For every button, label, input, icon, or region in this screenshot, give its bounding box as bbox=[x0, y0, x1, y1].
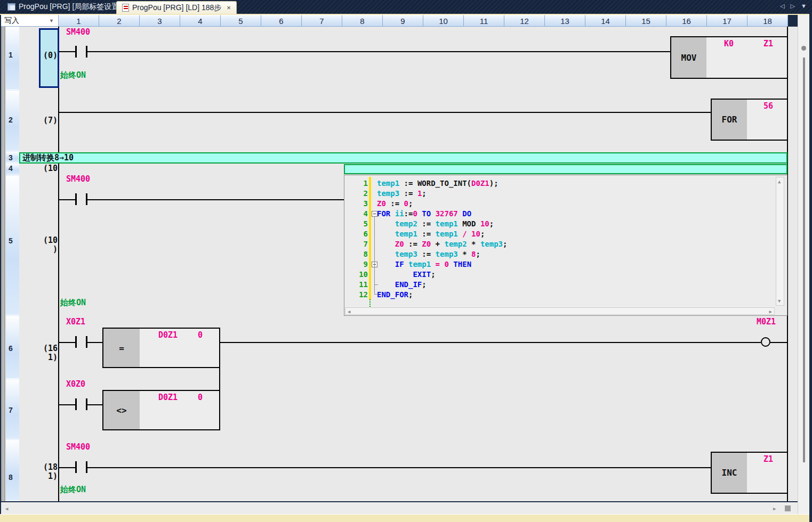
device-label[interactable]: X0Z1 bbox=[66, 317, 85, 327]
st-code-line[interactable]: Z0 := 0; bbox=[377, 199, 413, 209]
st-token: ; bbox=[408, 199, 413, 208]
operand[interactable]: Z1 bbox=[763, 39, 773, 48]
st-code-line[interactable]: IF temp1 = 0 THEN bbox=[377, 259, 471, 270]
st-token: = bbox=[436, 260, 440, 268]
column-header: 9 bbox=[383, 15, 423, 27]
tab-scroll-right-icon[interactable]: ▷ bbox=[791, 3, 797, 9]
operand[interactable]: D0Z1 bbox=[158, 330, 178, 340]
st-code-line[interactable]: EXIT; bbox=[377, 270, 436, 280]
instruction-box-inc[interactable]: INC Z1 bbox=[711, 452, 788, 494]
st-code-line[interactable]: temp1 := temp1 / 10; bbox=[377, 229, 485, 239]
operand[interactable]: 56 bbox=[763, 101, 773, 111]
scrollbar-box-icon[interactable] bbox=[785, 505, 791, 511]
st-line-number: 9 bbox=[345, 259, 368, 270]
st-token: temp1 bbox=[436, 219, 458, 228]
st-token: temp3 bbox=[395, 250, 417, 258]
operand[interactable]: K0 bbox=[724, 39, 734, 48]
scroll-left-icon[interactable]: ◀ bbox=[348, 309, 350, 314]
wire bbox=[87, 51, 670, 52]
operand[interactable]: Z1 bbox=[763, 454, 773, 464]
scroll-left-icon[interactable]: ◀ bbox=[5, 506, 8, 511]
st-token: temp3 bbox=[436, 250, 458, 258]
st-token bbox=[458, 230, 462, 238]
contact-icon[interactable] bbox=[75, 461, 77, 473]
step-number: (10 bbox=[19, 164, 58, 173]
step-number: (18 bbox=[19, 462, 58, 472]
operand[interactable]: 0 bbox=[198, 393, 203, 402]
column-header: 15 bbox=[626, 15, 666, 27]
output-coil-icon[interactable] bbox=[761, 337, 770, 347]
scrollbar-thumb[interactable] bbox=[803, 58, 805, 462]
wire bbox=[59, 467, 76, 468]
device-label[interactable]: X0Z0 bbox=[66, 379, 85, 389]
st-token: EXIT bbox=[413, 270, 431, 279]
st-token: ; bbox=[476, 250, 480, 258]
scroll-up-icon[interactable]: ▲ bbox=[778, 179, 781, 184]
compare-box-not-equal[interactable]: <> D0Z1 0 bbox=[102, 390, 220, 430]
chevron-down-icon[interactable]: ▼ bbox=[49, 18, 54, 23]
step-number: ) bbox=[19, 244, 58, 254]
st-box-header-bar[interactable] bbox=[344, 164, 787, 174]
scroll-down-icon[interactable]: ▼ bbox=[778, 298, 781, 304]
st-token bbox=[431, 260, 435, 268]
scroll-right-icon[interactable]: ▶ bbox=[769, 309, 772, 314]
close-icon[interactable]: × bbox=[227, 4, 231, 12]
device-label[interactable]: SM400 bbox=[66, 27, 90, 37]
st-token: ); bbox=[489, 179, 499, 187]
column-header: 13 bbox=[545, 15, 585, 27]
st-token: ; bbox=[480, 230, 485, 238]
st-horizontal-scrollbar[interactable]: ◀ ▶ bbox=[345, 307, 775, 315]
mode-selector[interactable]: 写入 ▼ bbox=[1, 15, 59, 27]
st-code-line[interactable]: FOR ii:=0 TO 32767 DO bbox=[377, 209, 471, 219]
column-header: 5 bbox=[221, 15, 261, 27]
st-token bbox=[377, 219, 395, 228]
tab-scroll-left-icon[interactable]: ◁ bbox=[780, 3, 786, 9]
st-line-number: 1 bbox=[345, 178, 368, 189]
wire bbox=[220, 342, 761, 343]
st-token bbox=[458, 219, 462, 228]
vertical-scrollbar[interactable] bbox=[798, 15, 809, 514]
st-line-number: 11 bbox=[345, 280, 368, 290]
instruction-box-mov[interactable]: MOV K0 Z1 bbox=[670, 36, 788, 79]
st-code-line[interactable]: temp3 := 1; bbox=[377, 189, 427, 199]
compare-box-equal[interactable]: = D0Z1 0 bbox=[102, 328, 220, 368]
mode-label: 写入 bbox=[4, 16, 19, 26]
st-code-line[interactable]: temp1 := WORD_TO_INT(D0Z1); bbox=[377, 178, 499, 189]
operand[interactable]: D0Z1 bbox=[158, 393, 178, 402]
contact-icon[interactable] bbox=[75, 46, 77, 58]
st-code-line[interactable]: END_IF; bbox=[377, 280, 427, 290]
device-label[interactable]: M0Z1 bbox=[757, 317, 776, 327]
st-vertical-scrollbar[interactable]: ▲ ▼ bbox=[776, 177, 784, 306]
rung-comment[interactable]: 进制转换8⇒10 bbox=[19, 152, 787, 164]
device-label[interactable]: SM400 bbox=[66, 442, 90, 452]
st-token: temp2 bbox=[444, 240, 467, 248]
st-token: / bbox=[462, 230, 467, 238]
operand[interactable]: 0 bbox=[198, 330, 203, 340]
st-code-line[interactable]: Z0 := Z0 + temp2 * temp3; bbox=[377, 239, 508, 249]
contact-icon[interactable] bbox=[75, 398, 77, 410]
horizontal-scrollbar[interactable]: ◀ ▶ bbox=[1, 502, 798, 514]
st-code-line[interactable]: temp3 := temp3 * 8; bbox=[377, 249, 480, 259]
contact-icon[interactable] bbox=[75, 336, 77, 348]
branch-join-wire bbox=[219, 343, 220, 405]
row-gutter-cell[interactable] bbox=[6, 176, 19, 315]
tab-ladder-editor[interactable]: ProgPou [PRG] [LD] 188步 × bbox=[116, 1, 237, 14]
device-label[interactable]: SM400 bbox=[66, 174, 90, 184]
st-line-number: 8 bbox=[345, 249, 368, 259]
column-header: 18 bbox=[747, 15, 788, 27]
instruction-box-for[interactable]: FOR 56 bbox=[711, 99, 788, 141]
row-number: 2 bbox=[9, 116, 18, 124]
st-code-line[interactable]: END_FOR; bbox=[377, 290, 413, 300]
row-gutter-cell[interactable] bbox=[6, 440, 19, 501]
fold-collapse-icon[interactable] bbox=[372, 211, 377, 217]
scrollbar-dot-icon[interactable] bbox=[801, 46, 806, 51]
column-header: 10 bbox=[423, 15, 464, 27]
device-comment: 始终ON bbox=[60, 298, 86, 308]
tab-menu-icon[interactable]: ▼ bbox=[801, 3, 809, 9]
st-line-number: 5 bbox=[345, 219, 368, 229]
contact-icon[interactable] bbox=[75, 193, 77, 205]
scroll-right-icon[interactable]: ▶ bbox=[773, 506, 776, 511]
row-number: 3 bbox=[9, 153, 18, 162]
st-code-line[interactable]: temp2 := temp1 MOD 10; bbox=[377, 219, 494, 229]
tab-local-label-settings[interactable]: ProgPou [PRG] [局部标签设置] bbox=[2, 1, 126, 13]
